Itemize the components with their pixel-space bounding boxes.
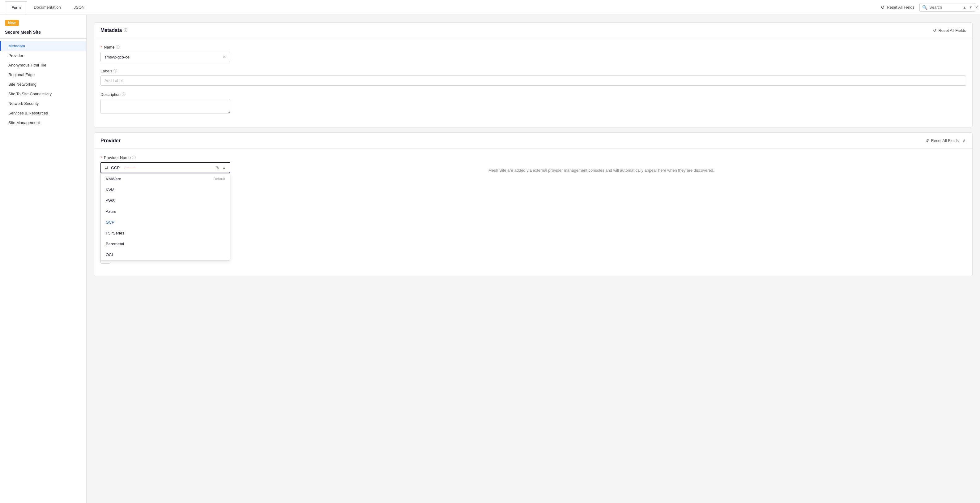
sidebar-item-network-security[interactable]: Network Security bbox=[0, 99, 86, 108]
provider-info-text: Mesh Site are added via external provide… bbox=[482, 161, 721, 180]
dropdown-item-vmware-tag: Default bbox=[213, 177, 225, 181]
search-input[interactable] bbox=[929, 5, 960, 10]
provider-row: * Provider Name ⓘ ⇄ GCP ←—— ↻ ▲ bbox=[100, 155, 966, 270]
metadata-section-header: Metadata ⓘ ↺ Reset All Fields bbox=[94, 22, 972, 38]
description-label-text: Description bbox=[100, 92, 121, 97]
labels-input[interactable]: Add Label bbox=[100, 75, 966, 86]
provider-dropdown-menu: VMWare Default KVM AWS bbox=[100, 173, 230, 260]
sidebar-item-metadata[interactable]: Metadata bbox=[0, 41, 86, 51]
metadata-info-icon[interactable]: ⓘ bbox=[124, 28, 127, 33]
provider-name-field-label: * Provider Name ⓘ bbox=[100, 155, 230, 160]
labels-field-group: Labels ⓘ Add Label bbox=[100, 69, 966, 86]
provider-section-body: * Provider Name ⓘ ⇄ GCP ←—— ↻ ▲ bbox=[94, 149, 972, 276]
provider-name-label-text: Provider Name bbox=[104, 155, 131, 160]
description-info-icon[interactable]: ⓘ bbox=[122, 92, 126, 97]
tabs-container: Form Documentation JSON bbox=[5, 0, 91, 14]
provider-collapse-button[interactable]: ∧ bbox=[963, 138, 966, 144]
reset-icon: ↺ bbox=[933, 28, 936, 33]
tab-documentation[interactable]: Documentation bbox=[27, 1, 67, 14]
search-close-button[interactable]: ✕ bbox=[974, 5, 979, 10]
provider-title-text: Provider bbox=[100, 138, 121, 144]
dropdown-item-baremetal[interactable]: Baremetal bbox=[101, 238, 230, 249]
dropdown-item-baremetal-label: Baremetal bbox=[106, 242, 124, 246]
provider-left: * Provider Name ⓘ ⇄ GCP ←—— ↻ ▲ bbox=[100, 155, 230, 270]
dropdown-item-f5rseries[interactable]: F5 rSeries bbox=[101, 228, 230, 238]
dropdown-item-aws-label: AWS bbox=[106, 198, 115, 203]
provider-right: Mesh Site are added via external provide… bbox=[237, 155, 966, 186]
provider-select[interactable]: ⇄ GCP ←—— ↻ ▲ bbox=[100, 162, 230, 173]
sidebar-title: Secure Mesh Site bbox=[0, 30, 86, 39]
metadata-title-text: Metadata bbox=[100, 27, 122, 33]
metadata-reset-button[interactable]: ↺ Reset All Fields bbox=[933, 28, 966, 33]
provider-section: Provider ↺ Reset All Fields ∧ bbox=[94, 133, 972, 276]
search-nav: ▲ ▼ ✕ bbox=[962, 5, 979, 10]
description-field-label: Description ⓘ bbox=[100, 92, 966, 97]
tab-form[interactable]: Form bbox=[5, 1, 27, 14]
provider-name-field-group: * Provider Name ⓘ ⇄ GCP ←—— ↻ ▲ bbox=[100, 155, 230, 263]
labels-info-icon[interactable]: ⓘ bbox=[113, 69, 117, 73]
name-input[interactable] bbox=[105, 55, 223, 59]
dropdown-item-vmware-label: VMWare bbox=[106, 177, 121, 181]
provider-swap-icon: ⇄ bbox=[105, 165, 108, 170]
search-next-button[interactable]: ▼ bbox=[968, 5, 973, 10]
sidebar: New Secure Mesh Site Metadata Provider A… bbox=[0, 15, 87, 503]
description-field-group: Description ⓘ bbox=[100, 92, 966, 115]
dropdown-item-azure-label: Azure bbox=[106, 209, 116, 214]
name-info-icon[interactable]: ⓘ bbox=[116, 45, 119, 50]
arrow-indicator: ←—— bbox=[123, 166, 135, 170]
provider-section-header: Provider ↺ Reset All Fields ∧ bbox=[94, 133, 972, 149]
search-icon: 🔍 bbox=[922, 5, 928, 10]
provider-selected-value: GCP bbox=[111, 166, 119, 170]
reset-all-fields-button-top[interactable]: ↺ Reset All Fields bbox=[881, 5, 915, 10]
metadata-section-body: * Name ⓘ ✕ Labels ⓘ Add Label bbox=[94, 38, 972, 127]
top-bar-right: ↺ Reset All Fields 🔍 ▲ ▼ ✕ bbox=[881, 3, 975, 12]
chevron-up-icon[interactable]: ▲ bbox=[222, 166, 226, 170]
provider-section-title: Provider bbox=[100, 138, 121, 144]
new-badge: New bbox=[5, 20, 19, 26]
dropdown-item-gcp-label: GCP bbox=[106, 220, 115, 225]
top-bar: Form Documentation JSON ↺ Reset All Fiel… bbox=[0, 0, 980, 15]
dropdown-item-aws[interactable]: AWS bbox=[101, 195, 230, 206]
dropdown-item-vmware[interactable]: VMWare Default bbox=[101, 174, 230, 184]
provider-name-info-icon[interactable]: ⓘ bbox=[132, 155, 136, 160]
main-layout: New Secure Mesh Site Metadata Provider A… bbox=[0, 15, 980, 503]
sidebar-item-anonymous-html-tile[interactable]: Anonymous Html Tile bbox=[0, 60, 86, 70]
provider-reset-button[interactable]: ↺ Reset All Fields bbox=[926, 138, 959, 143]
provider-reset-label: Reset All Fields bbox=[931, 138, 959, 143]
name-clear-button[interactable]: ✕ bbox=[223, 54, 226, 59]
reset-all-label: Reset All Fields bbox=[887, 5, 915, 10]
metadata-section-title: Metadata ⓘ bbox=[100, 27, 127, 33]
labels-label-text: Labels bbox=[100, 69, 112, 73]
dropdown-item-gcp[interactable]: GCP bbox=[101, 217, 230, 228]
metadata-section: Metadata ⓘ ↺ Reset All Fields * Name ⓘ bbox=[94, 22, 972, 128]
dropdown-item-oci-label: OCI bbox=[106, 252, 113, 257]
sidebar-item-site-to-site-connectivity[interactable]: Site To Site Connectivity bbox=[0, 89, 86, 99]
sidebar-item-site-management[interactable]: Site Management bbox=[0, 118, 86, 128]
dropdown-item-azure[interactable]: Azure bbox=[101, 206, 230, 217]
name-input-wrapper[interactable]: ✕ bbox=[100, 52, 230, 62]
sidebar-item-provider[interactable]: Provider bbox=[0, 51, 86, 60]
name-field-label: * Name ⓘ bbox=[100, 45, 966, 50]
content-area: Metadata ⓘ ↺ Reset All Fields * Name ⓘ bbox=[87, 15, 980, 503]
refresh-icon[interactable]: ↻ bbox=[216, 166, 220, 170]
dropdown-item-f5rseries-label: F5 rSeries bbox=[106, 231, 124, 235]
dropdown-item-oci[interactable]: OCI bbox=[101, 249, 230, 260]
dropdown-item-kvm[interactable]: KVM bbox=[101, 184, 230, 195]
sidebar-item-regional-edge[interactable]: Regional Edge bbox=[0, 70, 86, 80]
metadata-reset-label: Reset All Fields bbox=[938, 28, 966, 33]
dropdown-item-kvm-label: KVM bbox=[106, 187, 115, 192]
search-box[interactable]: 🔍 ▲ ▼ ✕ bbox=[920, 3, 975, 12]
labels-field-label: Labels ⓘ bbox=[100, 69, 966, 73]
reset-icon: ↺ bbox=[881, 5, 885, 10]
tab-json[interactable]: JSON bbox=[67, 1, 91, 14]
sidebar-item-services-resources[interactable]: Services & Resources bbox=[0, 108, 86, 118]
name-field-group: * Name ⓘ ✕ bbox=[100, 45, 966, 62]
reset-icon: ↺ bbox=[926, 138, 929, 143]
provider-name-container: ⇄ GCP ←—— ↻ ▲ VMWare bbox=[100, 162, 230, 173]
description-input[interactable] bbox=[100, 99, 230, 114]
provider-header-right: ↺ Reset All Fields ∧ bbox=[926, 138, 966, 144]
provider-name-required-marker: * bbox=[100, 155, 102, 160]
name-required-marker: * bbox=[100, 45, 102, 50]
search-prev-button[interactable]: ▲ bbox=[962, 5, 967, 10]
sidebar-item-site-networking[interactable]: Site Networking bbox=[0, 80, 86, 89]
